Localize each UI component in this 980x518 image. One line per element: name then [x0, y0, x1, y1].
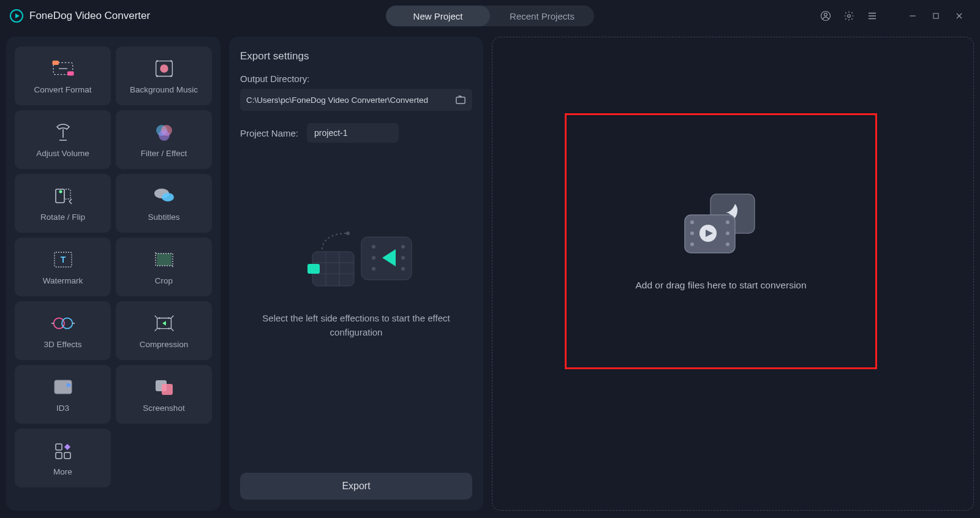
tool-adjust-volume[interactable]: Adjust Volume [15, 110, 111, 169]
svg-point-41 [372, 256, 375, 260]
tool-label: Rotate / Flip [40, 212, 85, 222]
svg-rect-6 [67, 71, 74, 75]
tool-background-music[interactable]: Background Music [116, 47, 212, 105]
browse-folder-icon[interactable] [455, 95, 466, 105]
titlebar: FoneDog Video Converter New Project Rece… [0, 0, 980, 32]
gear-icon[interactable] [843, 10, 855, 22]
tool-label: Compression [140, 340, 189, 349]
svg-point-10 [170, 60, 172, 62]
main-area: Convert Format Background Music Adjust V… [0, 32, 980, 517]
convert-format-icon [50, 58, 76, 79]
window-controls [820, 10, 965, 22]
svg-point-44 [401, 256, 405, 260]
tool-label: Adjust Volume [36, 149, 89, 158]
more-icon [50, 440, 76, 461]
svg-point-30 [168, 328, 169, 329]
svg-rect-37 [64, 452, 70, 459]
svg-text:T: T [60, 255, 66, 265]
tool-label: Filter / Effect [141, 149, 187, 158]
svg-point-9 [156, 60, 158, 62]
svg-rect-3 [933, 13, 938, 18]
screenshot-icon [151, 377, 177, 397]
svg-point-58 [726, 220, 729, 224]
tool-label: Convert Format [34, 85, 92, 94]
tool-more[interactable]: More [15, 429, 111, 487]
tool-label: Subtitles [148, 212, 180, 222]
svg-point-60 [726, 242, 729, 246]
svg-point-52 [346, 231, 350, 235]
adjust-volume-icon [50, 122, 76, 143]
project-name-input[interactable] [307, 123, 399, 143]
maximize-button[interactable] [930, 10, 942, 22]
svg-point-15 [159, 130, 170, 141]
svg-point-45 [401, 267, 405, 271]
app-title: FoneDog Video Converter [29, 10, 150, 22]
output-dir-field[interactable]: C:\Users\pc\FoneDog Video Converter\Conv… [240, 89, 472, 111]
svg-rect-31 [55, 380, 72, 394]
svg-rect-38 [456, 97, 465, 104]
export-placeholder-text: Select the left side effections to start… [258, 312, 454, 339]
tool-3d-effects[interactable]: 3D Effects [15, 301, 111, 360]
close-button[interactable] [953, 10, 965, 22]
account-icon[interactable] [820, 10, 832, 22]
drop-highlight-box[interactable]: Add or drag files here to start conversi… [565, 113, 877, 369]
tool-label: Watermark [43, 276, 83, 285]
tool-label: Screenshot [143, 404, 184, 413]
tool-watermark[interactable]: T Watermark [15, 238, 111, 296]
tool-label: Crop [155, 276, 173, 285]
tool-convert-format[interactable]: Convert Format [15, 47, 111, 105]
tool-crop[interactable]: Crop [116, 238, 212, 296]
tool-sidebar: Convert Format Background Music Adjust V… [6, 37, 221, 511]
tool-label: 3D Effects [43, 340, 81, 349]
svg-point-40 [372, 245, 375, 249]
svg-point-12 [170, 75, 172, 77]
tool-filter-effect[interactable]: Filter / Effect [116, 110, 212, 169]
tool-subtitles[interactable]: Subtitles [116, 174, 212, 233]
svg-point-57 [690, 242, 694, 246]
drop-panel[interactable]: Add or drag files here to start conversi… [492, 37, 974, 511]
svg-rect-5 [52, 60, 59, 64]
svg-rect-17 [64, 189, 70, 199]
svg-point-2 [848, 15, 851, 18]
svg-point-28 [168, 317, 169, 318]
svg-point-27 [159, 317, 160, 318]
effect-placeholder-icon [295, 222, 418, 296]
output-dir-label: Output Directory: [240, 73, 472, 84]
3d-effects-icon [50, 313, 76, 334]
export-placeholder: Select the left side effections to start… [258, 222, 454, 339]
export-button[interactable]: Export [240, 473, 472, 500]
tool-label: Background Music [130, 85, 198, 94]
rotate-flip-icon [50, 186, 76, 206]
drop-text: Add or drag files here to start conversi… [635, 280, 806, 291]
menu-icon[interactable] [866, 10, 878, 22]
svg-point-43 [401, 245, 405, 249]
svg-rect-36 [56, 452, 62, 459]
background-music-icon [151, 58, 177, 79]
tool-rotate-flip[interactable]: Rotate / Flip [15, 174, 111, 233]
svg-point-20 [162, 193, 174, 201]
svg-point-18 [59, 190, 62, 193]
compression-icon [151, 313, 177, 334]
minimize-button[interactable] [907, 10, 919, 22]
tab-new-project[interactable]: New Project [386, 6, 490, 26]
tool-screenshot[interactable]: Screenshot [116, 365, 212, 424]
output-dir-value: C:\Users\pc\FoneDog Video Converter\Conv… [246, 96, 428, 105]
svg-rect-35 [56, 444, 62, 450]
watermark-icon: T [50, 249, 76, 270]
id3-icon [50, 377, 76, 397]
svg-point-25 [62, 318, 72, 328]
export-heading: Export settings [240, 50, 472, 62]
crop-icon [151, 249, 177, 270]
svg-point-8 [160, 64, 168, 72]
tool-id3[interactable]: ID3 [15, 365, 111, 424]
tab-recent-projects[interactable]: Recent Projects [490, 6, 594, 26]
tool-compression[interactable]: Compression [116, 301, 212, 360]
svg-point-24 [53, 318, 64, 328]
tool-label: ID3 [56, 404, 69, 413]
svg-point-1 [824, 13, 827, 16]
media-files-icon [681, 192, 761, 255]
tool-label: More [53, 467, 72, 476]
app-logo-icon [10, 9, 23, 23]
svg-rect-34 [162, 384, 173, 395]
subtitles-icon [151, 186, 177, 206]
